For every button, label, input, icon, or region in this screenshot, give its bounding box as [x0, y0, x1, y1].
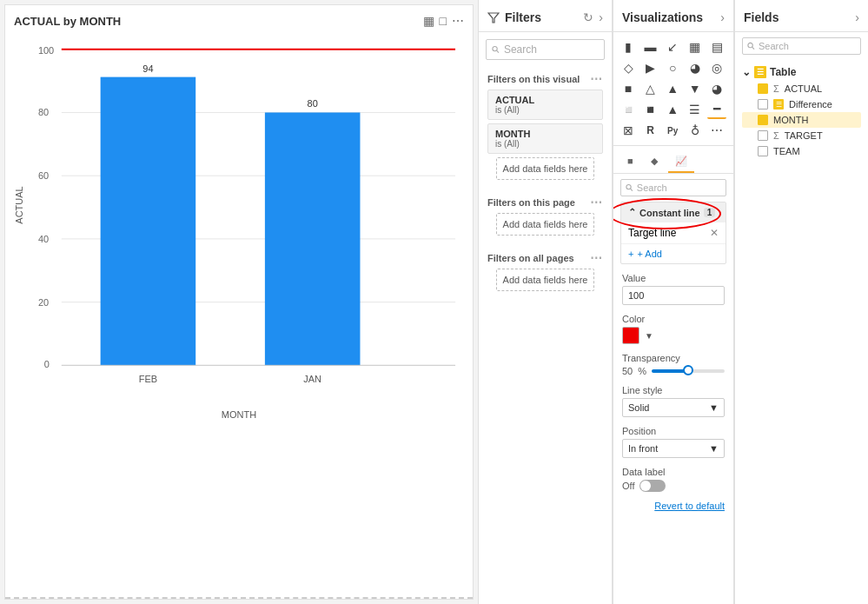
filter-icon[interactable]: ▦: [423, 14, 434, 28]
fields-expand-icon[interactable]: ›: [855, 10, 859, 24]
value-input[interactable]: [622, 286, 725, 305]
color-label: Color: [622, 314, 725, 324]
filters-visual-title: Filters on this visual ⋯: [487, 72, 603, 86]
svg-text:20: 20: [38, 297, 49, 308]
tab-format[interactable]: ◆: [644, 151, 665, 173]
viz-icon-more[interactable]: ⋯: [707, 121, 726, 140]
fields-tree: ⌄ ☰ Table Σ ACTUAL ☰ Difference MONTH: [735, 60, 868, 166]
viz-icon-matrix[interactable]: ⊠: [619, 121, 638, 140]
chart-title: ACTUAL by MONTH: [14, 15, 121, 28]
filters-search-box[interactable]: [486, 39, 605, 60]
viz-icon-python[interactable]: Py: [663, 121, 682, 140]
position-select-arrow: ▼: [709, 443, 719, 454]
svg-line-25: [631, 189, 633, 190]
tree-item-target[interactable]: Σ TARGET: [742, 128, 861, 143]
line-style-prop: Line style Solid ▼: [622, 385, 725, 417]
line-style-select[interactable]: Solid ▼: [622, 398, 725, 417]
constant-line-left: ⌃ Constant line 1: [628, 207, 715, 218]
filter-month-val: is (All): [495, 139, 595, 149]
color-swatch[interactable]: [622, 327, 639, 344]
tree-item-team[interactable]: TEAM: [742, 143, 861, 159]
viz-expand-icon[interactable]: ›: [720, 10, 725, 24]
position-select[interactable]: In front ▼: [622, 439, 725, 458]
svg-text:100: 100: [38, 45, 54, 56]
color-row: ▼: [622, 327, 725, 344]
visual-section-dots[interactable]: ⋯: [590, 72, 603, 86]
viz-icon-ribbon[interactable]: ◇: [619, 58, 638, 77]
focus-icon[interactable]: □: [440, 14, 447, 28]
revert-link[interactable]: Revert to default: [622, 501, 725, 511]
data-label-toggle[interactable]: [639, 480, 666, 492]
viz-search-box[interactable]: [620, 179, 726, 196]
viz-icon-multirow-card[interactable]: ◾: [641, 100, 660, 119]
add-data-visual[interactable]: Add data fields here: [496, 157, 594, 180]
add-button[interactable]: + + Add: [621, 244, 726, 263]
viz-icon-card[interactable]: ◽: [619, 100, 638, 119]
viz-icon-table[interactable]: ━: [707, 100, 726, 119]
color-prop: Color ▼: [622, 314, 725, 344]
svg-text:ACTUAL: ACTUAL: [14, 186, 24, 223]
viz-icon-bar[interactable]: ▮: [619, 37, 638, 56]
viz-icon-funnel[interactable]: ▼: [686, 79, 705, 98]
add-data-allpages[interactable]: Add data fields here: [496, 269, 594, 291]
filter-item-actual[interactable]: ACTUAL is (All): [487, 90, 603, 120]
fields-panel: Fields › ⌄ ☰ Table Σ ACTUAL ☰ Difference: [734, 0, 868, 604]
viz-icon-clustered-bar[interactable]: ▬: [641, 37, 660, 56]
more-icon[interactable]: ⋯: [452, 14, 464, 28]
tree-item-difference[interactable]: ☰ Difference: [742, 96, 861, 112]
viz-icon-map[interactable]: △: [641, 79, 660, 98]
filters-title: Filters: [487, 10, 541, 24]
transparency-slider[interactable]: [652, 369, 725, 373]
svg-text:80: 80: [308, 98, 318, 109]
viz-icon-kpi[interactable]: ▲: [663, 100, 682, 119]
filter-item-month[interactable]: MONTH is (All): [487, 123, 603, 154]
checkbox-team[interactable]: [758, 146, 768, 156]
checkbox-target[interactable]: [758, 130, 768, 141]
constant-line-header[interactable]: ⌃ Constant line 1: [621, 202, 726, 222]
viz-icon-waterfall[interactable]: ▶: [641, 58, 660, 77]
checkbox-actual[interactable]: [758, 83, 768, 94]
viz-icon-donut[interactable]: ◎: [707, 58, 726, 77]
table-sm-difference: ☰: [773, 99, 784, 110]
tree-item-actual[interactable]: Σ ACTUAL: [742, 81, 861, 96]
checkbox-difference[interactable]: [758, 99, 768, 110]
fields-header: Fields ›: [735, 0, 868, 32]
fields-search-input[interactable]: [759, 41, 856, 51]
checkbox-month[interactable]: [758, 115, 768, 125]
tab-fields[interactable]: ■: [620, 151, 640, 173]
filters-search-input[interactable]: [504, 43, 599, 56]
viz-icon-slicer[interactable]: ☰: [686, 100, 705, 119]
select-arrow-icon: ▼: [709, 402, 719, 413]
field-difference-label: Difference: [789, 99, 832, 110]
value-label: Value: [622, 273, 725, 283]
viz-icon-combo[interactable]: ▤: [707, 37, 726, 56]
allpages-section-dots[interactable]: ⋯: [590, 251, 603, 265]
viz-search-input[interactable]: [637, 183, 721, 193]
viz-icon-scatter[interactable]: ○: [663, 58, 682, 77]
viz-icon-gauge[interactable]: ◕: [707, 79, 726, 98]
viz-icon-r[interactable]: R: [641, 121, 660, 140]
viz-icon-arcgis[interactable]: ♁: [686, 121, 705, 140]
tree-group-header[interactable]: ⌄ ☰ Table: [742, 63, 861, 81]
filter-month-name: MONTH: [495, 129, 595, 139]
viz-icon-filled-map[interactable]: ▲: [663, 79, 682, 98]
viz-icon-pie[interactable]: ◕: [686, 58, 705, 77]
viz-icon-area[interactable]: ▦: [686, 37, 705, 56]
refresh-icon[interactable]: ↻: [583, 10, 593, 24]
page-section-dots[interactable]: ⋯: [590, 196, 603, 209]
viz-tabs: ■ ◆ 📈: [613, 146, 733, 174]
color-dropdown-arrow[interactable]: ▼: [645, 331, 653, 341]
tab-analytics[interactable]: 📈: [668, 151, 694, 173]
line-style-label: Line style: [622, 385, 725, 395]
svg-point-24: [626, 184, 631, 189]
viz-icon-treemap[interactable]: ■: [619, 79, 638, 98]
tree-item-month[interactable]: MONTH: [742, 112, 861, 128]
field-team-label: TEAM: [773, 146, 800, 156]
target-line-close[interactable]: ✕: [710, 227, 719, 239]
viz-icon-line[interactable]: ↙: [663, 37, 682, 56]
expand-icon[interactable]: ›: [599, 10, 603, 24]
svg-rect-14: [101, 77, 196, 366]
toggle-row: Off: [622, 480, 725, 492]
fields-search-box[interactable]: [742, 37, 861, 55]
add-data-page[interactable]: Add data fields here: [496, 213, 594, 236]
